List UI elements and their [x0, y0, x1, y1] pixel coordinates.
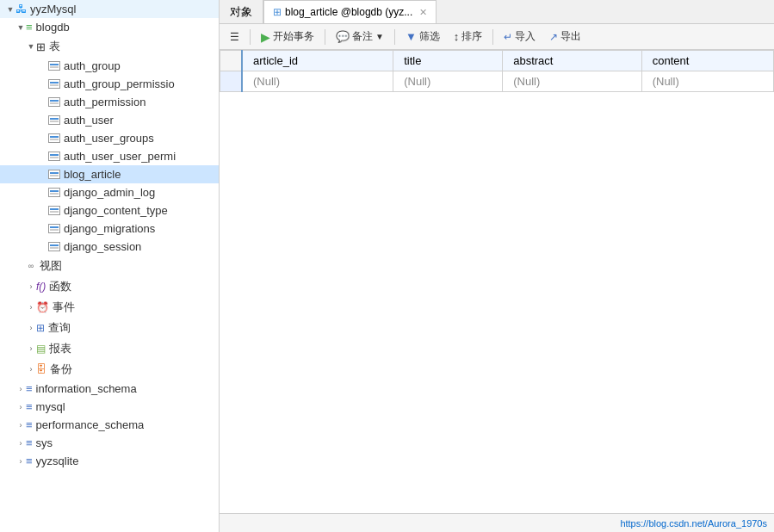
- sidebar-item-django-migrations[interactable]: django_migrations: [0, 220, 219, 238]
- expand-tables-icon: ▼: [26, 42, 36, 51]
- table-name: django_content_type: [64, 204, 168, 217]
- report-label: 报表: [49, 341, 71, 356]
- query-icon: ⊞: [36, 322, 45, 334]
- schema-icon: ≡: [26, 418, 33, 431]
- import-icon: ↵: [504, 31, 512, 43]
- filter-button[interactable]: ▼ 筛选: [400, 28, 445, 46]
- cell-abstract[interactable]: (Null): [503, 71, 641, 92]
- sidebar-item-events[interactable]: › ⏰ 事件: [0, 297, 219, 318]
- comment-button[interactable]: 💬 备注 ▼: [331, 28, 389, 46]
- report-icon: ▤: [36, 343, 46, 355]
- cell-article-id[interactable]: (Null): [242, 71, 393, 92]
- sidebar-item-mysql[interactable]: › ≡ mysql: [0, 398, 219, 416]
- sidebar-item-auth-group-perm[interactable]: auth_group_permissio: [0, 75, 219, 93]
- table-name: auth_group_permissio: [64, 77, 175, 90]
- import-button[interactable]: ↵ 导入: [498, 28, 541, 46]
- comment-icon: 💬: [336, 30, 350, 43]
- query-label: 查询: [48, 320, 71, 336]
- expand-ps-icon: ›: [15, 421, 26, 430]
- sidebar-item-blog-article[interactable]: blog_article: [0, 165, 219, 183]
- mysql-label: mysql: [36, 400, 65, 413]
- table-icon: [48, 61, 60, 71]
- schema-icon: ≡: [26, 436, 33, 449]
- sidebar-item-auth-permission[interactable]: auth_permission: [0, 93, 219, 111]
- begin-transaction-button[interactable]: ▶ 开始事务: [256, 28, 319, 46]
- export-button[interactable]: ↗ 导出: [544, 28, 586, 46]
- table-icon: [48, 170, 60, 179]
- sidebar-item-views[interactable]: ∞ 视图: [0, 256, 219, 276]
- tab-label: blog_article @blogdb (yyz...: [285, 6, 412, 18]
- status-url: https://blog.csdn.net/Aurora_1970s: [620, 518, 767, 529]
- separator2: [325, 29, 325, 45]
- sqlite-label: yyzsqlite: [36, 455, 79, 467]
- sidebar-item-auth-user[interactable]: auth_user: [0, 111, 219, 129]
- sidebar-item-information-schema[interactable]: › ≡ information_schema: [0, 380, 219, 398]
- sidebar-item-queries[interactable]: › ⊞ 查询: [0, 318, 219, 338]
- func-icon: f(): [36, 281, 46, 293]
- sidebar-item-django-session[interactable]: django_session: [0, 238, 219, 256]
- table-icon: [48, 79, 60, 89]
- table-name: django_admin_log: [64, 186, 155, 199]
- content-area: 对象 ⊞ blog_article @blogdb (yyz... ✕ ☰ ▶ …: [220, 0, 774, 532]
- tables-icon: ⊞: [36, 40, 46, 53]
- expand-query-icon: ›: [26, 324, 36, 332]
- expand-mysql-icon: ›: [15, 403, 26, 411]
- sidebar-item-auth-user-groups[interactable]: auth_user_groups: [0, 129, 219, 147]
- table-icon: [48, 242, 60, 251]
- blog-article-tab[interactable]: ⊞ blog_article @blogdb (yyz... ✕: [263, 0, 437, 23]
- sidebar-item-django-admin-log[interactable]: django_admin_log: [0, 183, 219, 201]
- schema-icon: ≡: [26, 455, 33, 467]
- cell-content[interactable]: (Null): [641, 71, 773, 92]
- tab-close-icon[interactable]: ✕: [419, 7, 427, 18]
- export-label: 导出: [560, 29, 581, 44]
- expand-backup-icon: ›: [26, 365, 36, 374]
- menu-button[interactable]: ☰: [225, 29, 245, 45]
- import-label: 导入: [515, 29, 536, 44]
- tab-db-icon: ⊞: [273, 6, 282, 18]
- col-abstract[interactable]: abstract: [503, 51, 641, 71]
- expand-blogdb-icon: ▼: [15, 23, 26, 32]
- menu-icon: ☰: [230, 31, 239, 43]
- sort-label: 排序: [461, 29, 482, 44]
- expand-views-icon: ∞: [26, 262, 36, 270]
- table-icon: [48, 206, 60, 215]
- backup-icon: 🗄: [36, 363, 46, 375]
- table-row: (Null) (Null) (Null) (Null): [220, 71, 774, 92]
- sidebar-item-django-content-type[interactable]: django_content_type: [0, 201, 219, 220]
- table-name: django_migrations: [64, 222, 155, 235]
- sidebar-item-auth-user-user-permi[interactable]: auth_user_user_permi: [0, 147, 219, 165]
- table-name: blog_article: [64, 168, 121, 181]
- col-article-id[interactable]: article_id: [242, 51, 393, 71]
- sort-button[interactable]: ↕ 排序: [449, 28, 488, 46]
- main-container: ▼ 🖧 yyzMysql ▼ ≡ blogdb ▼ ⊞ 表 auth_group…: [0, 0, 774, 532]
- schema-icon: ≡: [26, 382, 33, 395]
- sidebar-item-tables-section[interactable]: ▼ ⊞ 表: [0, 36, 219, 57]
- table-icon: [48, 115, 60, 125]
- col-title[interactable]: title: [393, 51, 503, 71]
- sidebar-item-root[interactable]: ▼ 🖧 yyzMysql: [0, 0, 219, 18]
- sidebar-item-functions[interactable]: › f() 函数: [0, 276, 219, 297]
- sidebar-item-yyzsqlite[interactable]: › ≡ yyzsqlite: [0, 452, 219, 470]
- db-icon: ≡: [26, 21, 33, 34]
- filter-icon: ▼: [406, 30, 417, 43]
- toolbar: ☰ ▶ 开始事务 💬 备注 ▼ ▼ 筛选 ↕ 排序: [220, 24, 774, 50]
- sidebar-item-blogdb[interactable]: ▼ ≡ blogdb: [0, 18, 219, 36]
- ps-label: performance_schema: [36, 418, 145, 431]
- blogdb-label: blogdb: [36, 21, 70, 34]
- is-label: information_schema: [36, 382, 137, 395]
- table-header-row: article_id title abstract content: [220, 51, 774, 71]
- table-icon: [48, 97, 60, 107]
- sidebar-item-sys[interactable]: › ≡ sys: [0, 434, 219, 452]
- objects-tab[interactable]: 对象: [220, 0, 263, 23]
- row-marker-cell: [220, 71, 243, 92]
- sidebar-item-auth-group[interactable]: auth_group: [0, 57, 219, 75]
- expand-report-icon: ›: [26, 344, 36, 353]
- sidebar-item-performance-schema[interactable]: › ≡ performance_schema: [0, 416, 219, 434]
- expand-sys-icon: ›: [15, 439, 26, 448]
- sidebar-item-backup[interactable]: › 🗄 备份: [0, 359, 219, 380]
- col-content[interactable]: content: [641, 51, 773, 71]
- filter-label: 筛选: [419, 29, 440, 44]
- cell-title[interactable]: (Null): [393, 71, 503, 92]
- schema-icon: ≡: [26, 400, 33, 413]
- sidebar-item-reports[interactable]: › ▤ 报表: [0, 338, 219, 359]
